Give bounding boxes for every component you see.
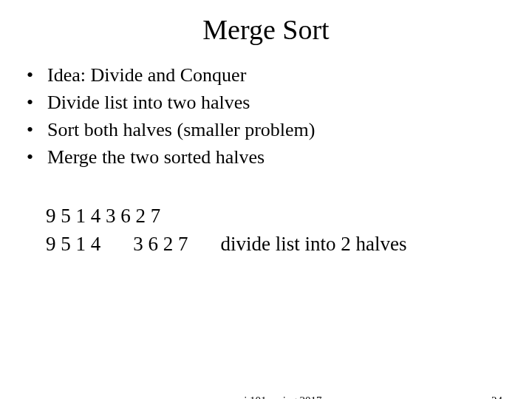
bullet-list: • Idea: Divide and Conquer • Divide list…: [25, 62, 532, 170]
bullet-icon: •: [27, 89, 33, 115]
slide-title: Merge Sort: [0, 13, 532, 46]
footer-course: compsci 101 spring 2017: [0, 395, 532, 399]
bullet-text: Idea: Divide and Conquer: [47, 64, 246, 86]
list-item: • Idea: Divide and Conquer: [25, 62, 532, 88]
example-split-row: 9 5 1 4 3 6 2 7 divide list into 2 halve…: [46, 231, 532, 259]
bullet-icon: •: [27, 144, 33, 170]
bullet-text: Divide list into two halves: [47, 92, 250, 113]
list-item: • Merge the two sorted halves: [25, 144, 532, 170]
bullet-text: Sort both halves (smaller problem): [47, 119, 315, 140]
example-block: 9 5 1 4 3 6 2 7 9 5 1 4 3 6 2 7 divide l…: [46, 202, 532, 259]
bullet-text: Merge the two sorted halves: [47, 146, 265, 168]
list-item: • Divide list into two halves: [25, 89, 532, 115]
slide: Merge Sort • Idea: Divide and Conquer • …: [0, 13, 532, 399]
footer-page-number: 24: [491, 395, 502, 399]
list-item: • Sort both halves (smaller problem): [25, 117, 532, 143]
bullet-icon: •: [27, 117, 33, 143]
example-half-left: 9 5 1 4: [46, 231, 100, 259]
example-half-right: 3 6 2 7: [133, 231, 188, 259]
example-note: divide list into 2 halves: [221, 231, 407, 259]
example-full-list: 9 5 1 4 3 6 2 7: [46, 202, 532, 231]
bullet-icon: •: [27, 62, 33, 88]
